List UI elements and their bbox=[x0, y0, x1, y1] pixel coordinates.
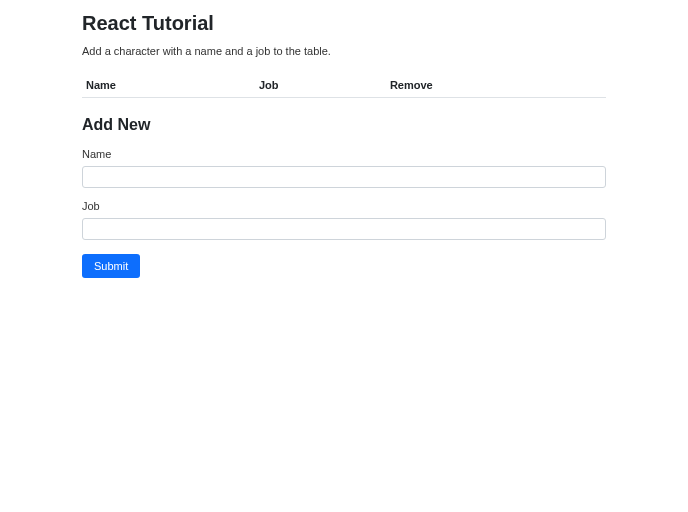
name-input[interactable] bbox=[82, 166, 606, 188]
form-heading: Add New bbox=[82, 116, 606, 134]
page-subtitle: Add a character with a name and a job to… bbox=[82, 45, 606, 57]
character-table: Name Job Remove bbox=[82, 73, 606, 98]
job-input[interactable] bbox=[82, 218, 606, 240]
page-title: React Tutorial bbox=[82, 12, 606, 35]
submit-button[interactable]: Submit bbox=[82, 254, 140, 278]
table-header-job: Job bbox=[255, 73, 386, 98]
table-header-remove: Remove bbox=[386, 73, 606, 98]
job-label: Job bbox=[82, 200, 606, 212]
name-label: Name bbox=[82, 148, 606, 160]
table-header-name: Name bbox=[82, 73, 255, 98]
